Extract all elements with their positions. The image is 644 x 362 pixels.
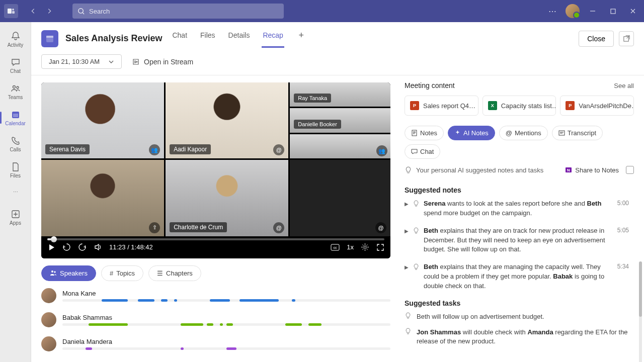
onenote-icon: N bbox=[565, 166, 572, 173]
search-input[interactable] bbox=[89, 8, 279, 15]
mention-icon: @ bbox=[273, 144, 284, 155]
rail-files[interactable]: Files bbox=[2, 158, 30, 182]
video-time: 11:23 / 1:48:42 bbox=[109, 243, 153, 251]
rail-chat[interactable]: Chat bbox=[2, 53, 30, 77]
volume-button[interactable] bbox=[94, 243, 102, 251]
tab-mentions[interactable]: @Mentions bbox=[499, 126, 548, 140]
expand-caret-icon[interactable]: ▶ bbox=[405, 201, 409, 218]
mention-icon: @ bbox=[273, 222, 284, 233]
participant-tile: Serena Davis👥 bbox=[41, 82, 164, 158]
user-avatar[interactable] bbox=[566, 4, 580, 18]
datetime-dropdown[interactable]: Jan 21, 10:30 AM bbox=[41, 54, 122, 69]
rail-activity[interactable]: Activity bbox=[2, 27, 30, 51]
tab-recap[interactable]: Recap bbox=[262, 31, 284, 48]
rail-apps[interactable]: Apps bbox=[2, 205, 30, 229]
note-timestamp[interactable]: 5:05 bbox=[617, 226, 629, 255]
search-icon bbox=[77, 8, 85, 15]
more-options-button[interactable]: ⋯ bbox=[545, 4, 559, 18]
sparkle-icon bbox=[454, 130, 461, 136]
rail-teams[interactable]: Teams bbox=[2, 79, 30, 104]
see-all-link[interactable]: See all bbox=[614, 82, 634, 89]
notes-icon bbox=[411, 130, 418, 136]
segment-chapters[interactable]: ☰Chapters bbox=[148, 265, 201, 281]
scrollbar[interactable] bbox=[639, 261, 642, 362]
chat-icon bbox=[411, 148, 418, 155]
tab-ai-notes[interactable]: AI Notes bbox=[448, 126, 495, 140]
tab-transcript[interactable]: Transcript bbox=[552, 126, 603, 140]
close-window-button[interactable] bbox=[626, 4, 640, 18]
video-player[interactable]: Serena Davis👥 Aadi Kapoor@ Ray Tanaka Da… bbox=[41, 82, 390, 258]
bulb-icon bbox=[413, 227, 420, 255]
maximize-button[interactable] bbox=[606, 4, 620, 18]
rail-calendar[interactable]: Calendar bbox=[2, 106, 30, 130]
mention-icon: @ bbox=[375, 222, 386, 233]
rail-calls[interactable]: Calls bbox=[2, 132, 30, 156]
note-item: ▶Beth explains that they are on track fo… bbox=[405, 226, 629, 255]
open-in-stream-link[interactable]: Open in Stream bbox=[132, 58, 193, 66]
video-controls: 11:23 / 1:48:42 cc 1x bbox=[41, 236, 390, 258]
tab-files[interactable]: Files bbox=[199, 31, 216, 48]
speaker-timeline[interactable] bbox=[62, 323, 390, 326]
file-chip[interactable]: PSales report Q4… bbox=[405, 96, 478, 116]
notes-tabs: Notes AI Notes @Mentions Transcript Chat bbox=[405, 126, 634, 159]
popout-button[interactable] bbox=[619, 31, 634, 46]
hash-icon: # bbox=[110, 269, 113, 277]
play-button[interactable] bbox=[47, 243, 55, 251]
tab-details[interactable]: Details bbox=[227, 31, 251, 48]
expand-caret-icon[interactable]: ▶ bbox=[405, 228, 409, 255]
close-button[interactable]: Close bbox=[579, 31, 614, 47]
speaker-timeline[interactable] bbox=[62, 347, 390, 350]
page-header: Sales Analysis Review Chat Files Details… bbox=[31, 22, 644, 48]
tab-chat-notes[interactable]: Chat bbox=[405, 144, 440, 159]
minimize-button[interactable] bbox=[586, 4, 600, 18]
speaker-name: Babak Shammas bbox=[62, 314, 390, 321]
participant-tile: Charlotte de Crum@ bbox=[166, 160, 288, 236]
tab-chat[interactable]: Chat bbox=[171, 31, 188, 48]
file-chip[interactable]: PVanArsdelPitchDe… bbox=[560, 96, 634, 116]
note-timestamp[interactable]: 5:00 bbox=[617, 199, 629, 218]
settings-button[interactable] bbox=[361, 243, 369, 251]
people-icon: 👥 bbox=[149, 144, 160, 155]
share-icon: ⇪ bbox=[149, 222, 160, 233]
speaker-name: Mona Kane bbox=[62, 290, 390, 297]
speaker-row[interactable]: Mona Kane bbox=[41, 288, 390, 303]
tab-notes[interactable]: Notes bbox=[405, 126, 444, 140]
rail-more[interactable]: ⋯ bbox=[2, 184, 30, 199]
expand-caret-icon[interactable]: ▶ bbox=[405, 264, 409, 291]
speed-button[interactable]: 1x bbox=[347, 243, 354, 251]
svg-rect-11 bbox=[46, 36, 53, 38]
segment-topics[interactable]: #Topics bbox=[101, 265, 143, 281]
skip-back-button[interactable] bbox=[62, 243, 71, 251]
svg-point-16 bbox=[51, 270, 53, 273]
powerpoint-icon: P bbox=[410, 101, 419, 110]
teams-app-icon bbox=[4, 4, 18, 18]
note-timestamp[interactable]: 5:34 bbox=[617, 262, 629, 291]
bulb-icon bbox=[405, 328, 412, 347]
share-to-notes-button[interactable]: N Share to Notes bbox=[565, 166, 634, 174]
svg-point-5 bbox=[13, 85, 15, 88]
speaker-timeline[interactable] bbox=[62, 299, 390, 302]
add-tab-button[interactable]: + bbox=[295, 29, 307, 41]
participant-tile: Aadi Kapoor@ bbox=[166, 82, 288, 158]
speaker-row[interactable]: Daniela Mandera bbox=[41, 336, 390, 351]
skip-forward-button[interactable] bbox=[78, 243, 87, 251]
speaker-row[interactable]: Babak Shammas bbox=[41, 312, 390, 327]
nav-forward-button[interactable] bbox=[42, 4, 56, 18]
task-item: Beth will follow up on advertisement bud… bbox=[405, 312, 629, 322]
chevron-down-icon bbox=[108, 59, 114, 65]
title-bar: ⋯ bbox=[0, 0, 644, 22]
captions-button[interactable]: cc bbox=[331, 244, 340, 251]
copy-icon[interactable] bbox=[626, 166, 634, 174]
speaker-avatar bbox=[41, 336, 56, 351]
note-item: ▶Serena wants to look at the sales repor… bbox=[405, 199, 629, 218]
segment-speakers[interactable]: Speakers bbox=[41, 265, 96, 281]
powerpoint-icon: P bbox=[566, 101, 575, 110]
meeting-files: PSales report Q4…XCapacity stats list…PV… bbox=[405, 96, 634, 116]
search-box[interactable] bbox=[72, 4, 284, 19]
file-chip[interactable]: XCapacity stats list… bbox=[482, 96, 556, 116]
bulb-icon bbox=[413, 200, 420, 218]
nav-back-button[interactable] bbox=[26, 4, 40, 18]
bulb-icon bbox=[405, 312, 412, 322]
fullscreen-button[interactable] bbox=[376, 243, 384, 251]
task-text: Jon Shammas will double check with Amand… bbox=[417, 328, 629, 347]
